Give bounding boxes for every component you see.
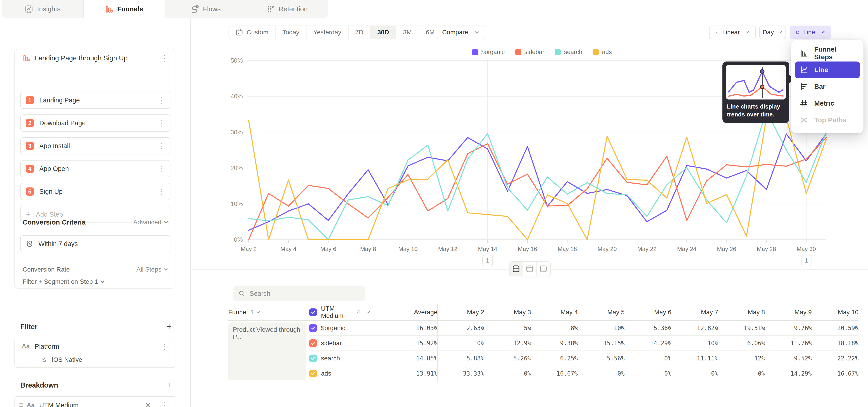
scale-dropdown[interactable]: Linear [709,26,756,39]
menu-item-line[interactable]: Line [795,62,860,78]
search-input[interactable] [250,290,360,298]
menu-item-funnel-steps[interactable]: Funnel Steps [795,45,860,62]
menu-item-metric[interactable]: Metric [795,95,860,112]
drag-handle-icon[interactable]: ☰ [19,402,24,407]
chart-type-dropdown[interactable]: Line [789,26,831,39]
split-view-button[interactable] [509,262,523,276]
chevron-down-icon [746,30,749,33]
table-value: 5.26% [484,351,531,366]
metric-card: Landing Page through Sign Up ⋮ 1 Landing… [14,49,176,288]
table-value: 16.67% [531,366,578,381]
checkbox-checked[interactable] [309,308,317,316]
table-value: 5.36% [625,321,671,336]
funnel-metric-header[interactable]: Landing Page through Sign Up ⋮ [23,54,168,62]
date-column-header[interactable]: May 4 [531,304,578,321]
date-column-header[interactable]: May 6 [625,304,671,321]
checkbox-checked[interactable] [309,324,317,332]
remove-breakdown-icon[interactable]: ✕ [145,401,151,407]
checkbox-checked[interactable] [309,370,317,377]
range-7d[interactable]: 7D [348,26,371,39]
layout-view-toggle-group [509,261,551,276]
table-value: 8% [531,321,578,336]
tab-label: Insights [37,5,60,13]
all-steps-dropdown[interactable]: All Steps [136,266,168,273]
add-step-label: Add Step [36,211,165,218]
range-3m[interactable]: 3M [396,26,419,39]
table-value: 9.76% [765,321,812,336]
filter-operator[interactable]: Is [41,356,46,363]
date-column-header[interactable]: May 10 [812,304,859,321]
date-column-header[interactable]: May 2 [437,304,484,321]
segment-cell-search[interactable]: search [309,351,370,366]
table-value: 0% [718,366,765,381]
step-kebab-icon[interactable]: ⋮ [157,119,165,127]
menu-item-label: Metric [814,99,834,107]
annotation-badge[interactable]: 1 [801,255,811,266]
breakdown-kebab-icon[interactable]: ⋮ [161,401,168,407]
compare-button[interactable]: Compare [436,26,485,39]
average-column-header[interactable]: Average [370,304,437,321]
segment-cell-ads[interactable]: ads [309,366,370,381]
filter-segment-dropdown[interactable]: Filter + Segment on Step 1 [23,278,105,285]
conversion-criteria-title: Conversion Criteria [23,218,86,226]
tab-insights[interactable]: Insights [2,0,84,18]
table-view-button[interactable] [537,262,550,276]
range-custom[interactable]: Custom [229,26,276,39]
date-column-header[interactable]: May 9 [765,304,812,321]
funnel-step-5[interactable]: 5 Sign Up ⋮ [20,183,170,200]
table-value: 9.38% [531,336,578,351]
funnel-steps-icon [800,49,808,57]
chevron-down-icon [780,31,783,33]
filter-kebab-icon[interactable]: ⋮ [161,343,168,350]
step-number-badge: 1 [26,96,34,104]
annotation-badge[interactable]: 1 [483,255,493,266]
svg-text:40%: 40% [230,93,243,100]
checkbox-checked[interactable] [309,339,317,347]
step-kebab-icon[interactable]: ⋮ [157,165,165,173]
date-column-header[interactable]: May 8 [718,304,765,321]
breakdown-card[interactable]: ☰ Aa UTM Medium ✕ ⋮ [14,396,176,407]
breakdown-column-header[interactable]: UTM Medium4 [309,304,370,321]
funnel-step-2[interactable]: 2 Download Page ⋮ [20,115,170,132]
granularity-dropdown[interactable]: Day [759,26,786,39]
svg-text:May 10: May 10 [398,246,417,252]
range-yesterday[interactable]: Yesterday [307,26,348,39]
conversion-window-button[interactable]: Within 7 days [20,235,170,252]
chevron-down-icon [164,267,168,271]
funnel-step-4[interactable]: 4 App Open ⋮ [20,160,170,177]
tab-retention[interactable]: Retention [246,0,328,18]
date-column-header[interactable]: May 3 [484,304,531,321]
menu-item-bar[interactable]: Bar [795,78,860,95]
table-value: 0% [671,366,718,381]
date-column-header[interactable]: May 7 [671,304,718,321]
segment-cell-sidebar[interactable]: sidebar [309,336,370,351]
funnel-column-header[interactable]: Funnel1 [228,304,309,321]
svg-text:May 20: May 20 [597,246,617,252]
tooltip-mini-chart [726,65,786,99]
add-filter-button[interactable]: + [164,321,174,332]
funnel-step-3[interactable]: 3 App Install ⋮ [20,137,170,154]
funnel-step-1[interactable]: 1 Landing Page ⋮ [20,92,170,109]
chart-view-button[interactable] [523,262,537,276]
tab-flows[interactable]: Flows [165,0,246,18]
step-number-badge: 4 [26,165,34,173]
tooltip-text: Line charts display trends over time. [726,99,786,119]
filter-value[interactable]: iOS Native [52,356,82,363]
checkbox-checked[interactable] [309,354,317,362]
funnel-name-cell[interactable]: Product Viewed through P... [228,322,306,380]
funnel-menu-kebab-icon[interactable]: ⋮ [161,54,168,62]
add-breakdown-button[interactable]: + [164,380,174,390]
date-column-header[interactable]: May 5 [578,304,625,321]
tab-funnels[interactable]: Funnels [84,0,165,18]
filter-card[interactable]: Aa Platform ⋮ Is iOS Native [14,338,176,368]
advanced-dropdown[interactable]: Advanced [133,219,168,226]
segment-cell-organic[interactable]: $organic [309,321,370,336]
range-30d[interactable]: 30D [370,26,396,39]
range-today[interactable]: Today [276,26,307,39]
table-value: 12.9% [484,336,531,351]
step-kebab-icon[interactable]: ⋮ [157,96,165,104]
chevron-down-icon [101,279,104,283]
step-kebab-icon[interactable]: ⋮ [157,142,165,150]
step-kebab-icon[interactable]: ⋮ [157,188,165,195]
average-value: 13.91% [370,366,437,381]
